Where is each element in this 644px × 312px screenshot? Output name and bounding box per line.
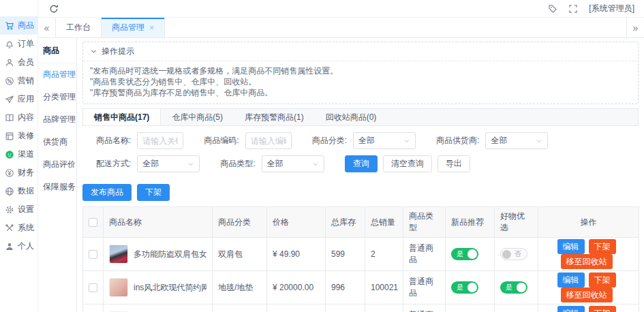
- product-category: 粉底刷: [213, 305, 267, 312]
- filter-label: 商品编码:: [204, 135, 239, 146]
- filter-input[interactable]: [137, 132, 183, 149]
- main-row: 商品 商品管理分类管理品牌管理供货商商品评价保障服务 操作提示 "发布商品时可选…: [38, 38, 644, 312]
- 移至回收站-button[interactable]: 移至回收站: [561, 287, 613, 302]
- sidebar-item-数据[interactable]: 数据: [0, 182, 37, 200]
- sidebar-item-label: 商品: [18, 20, 34, 31]
- sidebar-item-商品[interactable]: 商品: [0, 16, 37, 35]
- product-name: 多功能防盗双肩包女2021新款韩...: [134, 249, 206, 260]
- good-pick-cell: 是: [495, 271, 538, 305]
- submenu-item-商品管理[interactable]: 商品管理: [38, 63, 76, 86]
- 清空查询-button[interactable]: 清空查询: [383, 155, 432, 172]
- row-checkbox[interactable]: [89, 250, 97, 259]
- filter-field: 商品供货商:全部: [436, 132, 548, 149]
- 下架-button[interactable]: 下架: [589, 272, 616, 287]
- page-tab-商品管理[interactable]: 商品管理×: [102, 18, 165, 37]
- submenu-item-供货商[interactable]: 供货商: [38, 131, 76, 153]
- product-type: 普通商品: [403, 305, 446, 312]
- select-all-checkbox-cell: [83, 207, 104, 238]
- toggle-label: 是: [457, 283, 463, 292]
- product-sales: 100021: [365, 271, 403, 305]
- sidebar-item-订单[interactable]: 订单: [0, 35, 37, 53]
- product-price: ¥ 399.00: [267, 305, 326, 312]
- new-recommend-cell: 是: [446, 305, 495, 312]
- filter-label: 商品类型:: [220, 158, 255, 170]
- submenu-title: 商品: [38, 38, 76, 63]
- 查询-button[interactable]: 查询: [345, 155, 378, 172]
- product-tab-库存预警商品(1)[interactable]: 库存预警商品(1): [234, 109, 315, 125]
- chevron-down-icon: [536, 138, 542, 144]
- toggle-on[interactable]: 是: [500, 281, 527, 294]
- chevron-down-icon: [312, 161, 319, 168]
- sidebar-item-渠道[interactable]: 渠道: [0, 145, 37, 163]
- 编辑-button[interactable]: 编辑: [557, 239, 585, 254]
- sidebar-item-财务[interactable]: 财务: [0, 163, 37, 182]
- tips-line: "商品售卖状态分为销售中、仓库中、回收站。: [90, 76, 631, 87]
- product-category: 地毯/地垫: [213, 271, 267, 305]
- page-tab-label: 商品管理: [112, 22, 144, 33]
- product-tab-仓库中商品(5)[interactable]: 仓库中商品(5): [161, 109, 234, 125]
- toggle-on[interactable]: 是: [451, 281, 478, 294]
- product-tab-回收站商品(0)[interactable]: 回收站商品(0): [315, 109, 388, 125]
- filter-select[interactable]: 全部: [485, 132, 548, 149]
- sidebar-item-内容[interactable]: 内容: [0, 108, 37, 127]
- page-tabs: 工作台商品管理×: [56, 18, 165, 37]
- chevron-down-icon: [90, 48, 97, 55]
- product-type: 普通商品: [403, 271, 446, 305]
- submenu-item-商品评价[interactable]: 商品评价: [38, 153, 76, 176]
- reload-icon[interactable]: [49, 4, 59, 14]
- filter-label: 商品分类:: [312, 135, 347, 146]
- settings-icon: [5, 205, 14, 215]
- sidebar-item-label: 内容: [18, 112, 34, 123]
- 编辑-button[interactable]: 编辑: [557, 272, 585, 287]
- tips-header[interactable]: 操作提示: [83, 42, 638, 61]
- tag-icon[interactable]: [548, 4, 557, 14]
- sidebar-item-会员[interactable]: 会员: [0, 53, 37, 72]
- product-card: 销售中商品(17)仓库中商品(5)库存预警商品(1)回收站商品(0) 商品名称:…: [82, 108, 639, 312]
- product-tabs: 销售中商品(17)仓库中商品(5)库存预警商品(1)回收站商品(0): [82, 108, 639, 126]
- marketing-icon: [5, 76, 14, 86]
- 编辑-button[interactable]: 编辑: [557, 306, 585, 312]
- product-name-cell: 多功能防盗双肩包女2021新款韩...: [104, 238, 213, 271]
- toggle-off[interactable]: 否: [500, 248, 527, 260]
- 下架-button[interactable]: 下架: [589, 306, 616, 312]
- sidebar-item-系统[interactable]: 系统: [0, 219, 37, 237]
- 发布商品-button[interactable]: 发布商品: [82, 184, 132, 201]
- 移至回收站-button[interactable]: 移至回收站: [561, 254, 613, 269]
- row-checkbox[interactable]: [89, 283, 97, 292]
- 下架-button[interactable]: 下架: [137, 184, 170, 201]
- page-tab-label: 工作台: [66, 22, 91, 33]
- table-row: ins迷你化妆刷套装眼影刷美妆工...粉底刷¥ 399.00204140普通商品…: [83, 305, 639, 312]
- product-name: ins风北欧现代简约网红地毯客厅...: [134, 282, 206, 294]
- filter-select[interactable]: 全部: [137, 155, 200, 172]
- 下架-button[interactable]: 下架: [589, 239, 616, 254]
- sidebar-item-label: 应用: [18, 93, 34, 105]
- finance-icon: [5, 168, 14, 178]
- submenu-items: 商品管理分类管理品牌管理供货商商品评价保障服务: [38, 63, 76, 198]
- expand-tabs-button[interactable]: »: [626, 18, 644, 37]
- close-icon[interactable]: ×: [149, 23, 154, 33]
- filter-select[interactable]: 全部: [353, 132, 416, 149]
- sidebar-item-设置[interactable]: 设置: [0, 200, 37, 219]
- collapse-tabs-button[interactable]: «: [38, 18, 56, 37]
- sidebar-item-label: 数据: [18, 185, 34, 197]
- system-icon: [5, 223, 14, 233]
- sidebar-item-营销[interactable]: 营销: [0, 72, 37, 90]
- 导出-button[interactable]: 导出: [438, 155, 470, 172]
- product-price: ¥ 49.90: [267, 238, 326, 271]
- channel-icon: [5, 150, 14, 159]
- fullscreen-icon[interactable]: [568, 4, 578, 14]
- page-tab-工作台[interactable]: 工作台: [56, 18, 102, 37]
- product-tab-销售中商品(17)[interactable]: 销售中商品(17): [83, 109, 161, 125]
- sidebar-item-应用[interactable]: 应用: [0, 90, 37, 108]
- product-name-cell: ins迷你化妆刷套装眼影刷美妆工...: [104, 305, 213, 312]
- submenu-item-分类管理[interactable]: 分类管理: [38, 86, 76, 108]
- sidebar-item-个人[interactable]: 个人: [0, 237, 37, 255]
- filter-select[interactable]: 全部: [262, 155, 324, 172]
- select-all-checkbox[interactable]: [89, 218, 97, 227]
- chevron-down-icon: [187, 161, 194, 168]
- filter-input[interactable]: [245, 132, 292, 149]
- toggle-on[interactable]: 是: [451, 248, 478, 260]
- submenu-item-保障服务[interactable]: 保障服务: [38, 176, 76, 198]
- submenu-item-品牌管理[interactable]: 品牌管理: [38, 108, 76, 131]
- sidebar-item-装修[interactable]: 装修: [0, 127, 37, 145]
